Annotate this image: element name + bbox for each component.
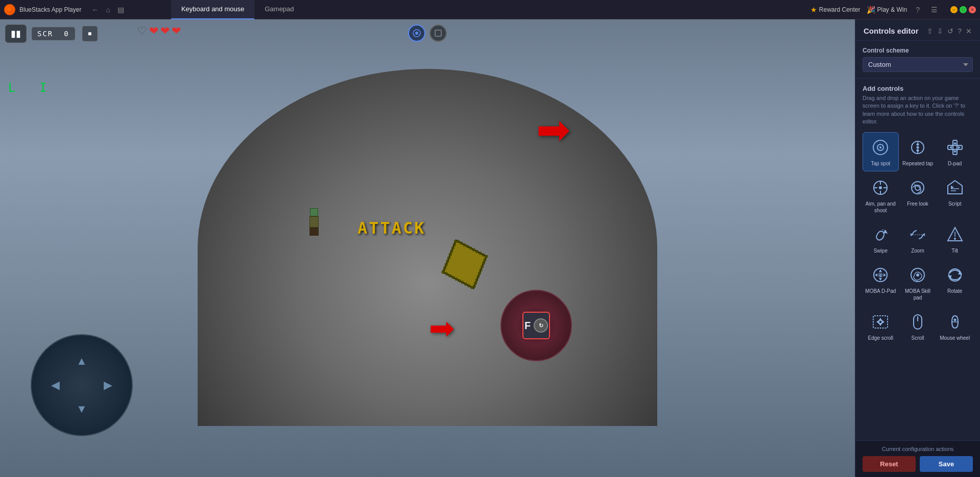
control-zoom[interactable]: Zoom — [900, 219, 936, 259]
scroll-label: Scroll — [911, 335, 924, 341]
control-aim-pan-shoot[interactable]: Aim, pan and shoot — [863, 172, 899, 218]
aim-pan-shoot-icon — [871, 178, 890, 197]
controls-grid: Tap spot Repeated tap — [863, 132, 973, 346]
main-area: ▮▮ SCR 0 ■ ♡ — [0, 19, 980, 477]
reset-button[interactable]: Reset — [863, 456, 916, 472]
control-swipe[interactable]: Swipe — [863, 219, 899, 259]
undo-icon[interactable]: ↺ — [947, 27, 953, 35]
tab-bar: Keyboard and mouse Gamepad — [171, 0, 304, 19]
tab-gamepad[interactable]: Gamepad — [254, 0, 304, 19]
hud-center-icon-1 — [408, 24, 425, 42]
reward-center-button[interactable]: ★ Reward Center — [810, 6, 861, 14]
free-look-label: Free look — [907, 200, 928, 207]
pause-button[interactable]: ▮▮ — [5, 24, 27, 43]
svg-point-40 — [954, 238, 956, 240]
control-edge-scroll[interactable]: Edge scroll — [863, 307, 899, 346]
svg-text:5: 5 — [879, 273, 882, 278]
dpad-outer[interactable]: ▲ ▼ ◀ ▶ — [31, 334, 133, 436]
panel-header: Controls editor ⇧ ⇩ ↺ ? ✕ — [855, 19, 980, 41]
f-button-background: F ↻ — [500, 290, 572, 361]
score-label: SCR — [37, 30, 53, 38]
panel-help-icon[interactable]: ? — [958, 27, 962, 35]
heart-4: ❤ — [172, 24, 181, 38]
maximize-button[interactable]: □ — [960, 6, 967, 13]
control-mouse-wheel[interactable]: Mouse wheel — [937, 307, 973, 346]
control-rotate[interactable]: Rotate — [937, 260, 973, 306]
svg-point-27 — [912, 182, 924, 194]
score-display: SCR 0 — [32, 27, 75, 40]
script-icon — [945, 178, 965, 197]
save-button[interactable]: Save — [920, 456, 973, 472]
rock-terrain — [198, 69, 657, 426]
dpad-cross[interactable]: ▲ ▼ ◀ ▶ — [51, 355, 112, 416]
scroll-icon — [908, 312, 927, 332]
share-icon[interactable]: ⇩ — [937, 27, 943, 35]
menu-icon[interactable]: ☰ — [928, 5, 940, 15]
control-d-pad[interactable]: D-pad — [937, 132, 973, 171]
swipe-icon — [871, 225, 890, 244]
rotate-label: Rotate — [947, 288, 962, 294]
control-moba-d-pad[interactable]: 5 MOBA D-Pad — [863, 260, 899, 306]
dpad-right-arrow[interactable]: ▶ — [104, 379, 112, 392]
play-win-icon: 🎉 — [867, 6, 875, 14]
play-win-button[interactable]: 🎉 Play & Win — [867, 6, 907, 14]
dpad-container[interactable]: ▲ ▼ ◀ ▶ — [31, 334, 133, 436]
f-button-container: F ↻ — [500, 290, 572, 361]
help-icon[interactable]: ? — [913, 5, 922, 15]
scheme-label: Control scheme — [863, 47, 973, 54]
footer-label: Current configuration actions — [863, 446, 973, 452]
svg-rect-4 — [435, 30, 441, 36]
control-repeated-tap[interactable]: Repeated tap — [900, 132, 936, 171]
scheme-dropdown[interactable]: Custom — [863, 57, 973, 72]
tilt-icon — [945, 225, 965, 244]
svg-marker-44 — [879, 269, 882, 272]
green-indicator: L I — [8, 81, 50, 95]
control-moba-skill-pad[interactable]: MOBA Skill pad — [900, 260, 936, 306]
sword-svg — [437, 236, 493, 292]
dpad-up-arrow[interactable]: ▲ — [76, 355, 87, 368]
game-viewport: ▮▮ SCR 0 ■ ♡ — [0, 19, 855, 477]
tabs-icon[interactable]: ▤ — [115, 5, 126, 15]
panel-close-icon[interactable]: ✕ — [966, 27, 972, 35]
control-tap-spot[interactable]: Tap spot — [863, 132, 899, 171]
tab-keyboard-mouse[interactable]: Keyboard and mouse — [171, 0, 255, 19]
svg-marker-46 — [875, 273, 877, 277]
svg-marker-17 — [953, 142, 957, 144]
hud-top-left: ▮▮ SCR 0 ■ — [5, 24, 98, 43]
footer-buttons: Reset Save — [863, 456, 973, 472]
svg-marker-30 — [948, 181, 962, 194]
control-scroll[interactable]: Scroll — [900, 307, 936, 346]
svg-point-26 — [879, 186, 882, 189]
hud-icons: ■ — [82, 26, 98, 41]
aim-pan-shoot-label: Aim, pan and shoot — [865, 200, 896, 214]
nav-icons: ← ⌂ ▤ — [89, 5, 126, 15]
mouse-wheel-label: Mouse wheel — [940, 335, 970, 341]
hud-icon-1: ■ — [82, 26, 98, 41]
home-icon[interactable]: ⌂ — [104, 5, 112, 15]
dpad-left-arrow[interactable]: ◀ — [51, 379, 60, 392]
header-right: ★ Reward Center 🎉 Play & Win ? ☰ – □ ✕ — [810, 5, 976, 15]
f-key-button[interactable]: F ↻ — [522, 312, 550, 339]
tap-spot-label: Tap spot — [871, 160, 890, 167]
control-tilt[interactable]: Tilt — [937, 219, 973, 259]
svg-marker-56 — [876, 320, 879, 324]
red-arrow-medium: ➡ — [429, 310, 455, 346]
upload-icon[interactable]: ⇧ — [927, 27, 933, 35]
close-button[interactable]: ✕ — [969, 6, 976, 13]
hud-center-icon-2 — [429, 24, 447, 42]
svg-point-13 — [916, 146, 919, 148]
svg-marker-57 — [881, 320, 885, 324]
edge-scroll-label: Edge scroll — [868, 335, 893, 341]
control-scheme-section: Control scheme Custom — [855, 41, 980, 79]
moba-skill-pad-icon — [908, 265, 927, 285]
minimize-button[interactable]: – — [950, 6, 958, 13]
dpad-down-arrow[interactable]: ▼ — [76, 403, 87, 416]
hud-center — [408, 24, 447, 42]
add-controls-section: Add controls Drag and drop an action on … — [855, 79, 980, 440]
control-script[interactable]: Script — [937, 172, 973, 218]
back-icon[interactable]: ← — [89, 5, 101, 15]
control-free-look[interactable]: Free look — [900, 172, 936, 218]
moba-d-pad-label: MOBA D-Pad — [865, 288, 896, 294]
swipe-label: Swipe — [874, 247, 888, 254]
svg-marker-18 — [953, 150, 957, 153]
